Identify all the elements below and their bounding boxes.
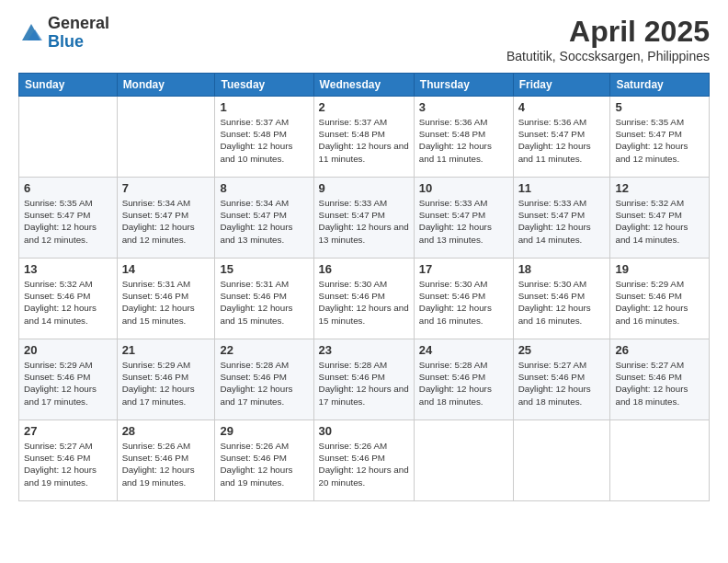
- calendar-cell: [414, 420, 513, 501]
- header-day-monday: Monday: [117, 74, 215, 97]
- calendar-cell: 27Sunrise: 5:27 AMSunset: 5:46 PMDayligh…: [19, 420, 118, 501]
- day-info: Sunrise: 5:37 AMSunset: 5:48 PMDaylight:…: [220, 116, 308, 165]
- day-info: Sunrise: 5:34 AMSunset: 5:47 PMDaylight:…: [220, 197, 308, 246]
- day-info: Sunrise: 5:30 AMSunset: 5:46 PMDaylight:…: [419, 278, 508, 327]
- day-info: Sunrise: 5:30 AMSunset: 5:46 PMDaylight:…: [319, 278, 409, 327]
- day-info: Sunrise: 5:35 AMSunset: 5:47 PMDaylight:…: [24, 197, 112, 246]
- calendar-cell: [513, 420, 610, 501]
- day-info: Sunrise: 5:33 AMSunset: 5:47 PMDaylight:…: [319, 197, 409, 246]
- calendar-cell: 1Sunrise: 5:37 AMSunset: 5:48 PMDaylight…: [215, 97, 313, 178]
- day-number: 23: [319, 343, 409, 357]
- day-info: Sunrise: 5:33 AMSunset: 5:47 PMDaylight:…: [518, 197, 606, 246]
- week-row-1: 1Sunrise: 5:37 AMSunset: 5:48 PMDaylight…: [19, 97, 710, 178]
- calendar-cell: 24Sunrise: 5:28 AMSunset: 5:46 PMDayligh…: [414, 339, 513, 420]
- calendar-cell: 30Sunrise: 5:26 AMSunset: 5:46 PMDayligh…: [313, 420, 414, 501]
- day-number: 30: [319, 424, 409, 438]
- calendar-cell: 28Sunrise: 5:26 AMSunset: 5:46 PMDayligh…: [117, 420, 215, 501]
- week-row-4: 20Sunrise: 5:29 AMSunset: 5:46 PMDayligh…: [19, 339, 710, 420]
- day-info: Sunrise: 5:26 AMSunset: 5:46 PMDaylight:…: [319, 440, 409, 488]
- calendar-cell: 13Sunrise: 5:32 AMSunset: 5:46 PMDayligh…: [19, 259, 118, 339]
- day-number: 1: [220, 100, 308, 114]
- day-info: Sunrise: 5:32 AMSunset: 5:46 PMDaylight:…: [24, 278, 112, 327]
- header-day-saturday: Saturday: [610, 74, 710, 97]
- calendar-cell: [19, 97, 118, 178]
- calendar-cell: 8Sunrise: 5:34 AMSunset: 5:47 PMDaylight…: [215, 178, 313, 259]
- day-number: 25: [518, 343, 606, 357]
- day-info: Sunrise: 5:26 AMSunset: 5:46 PMDaylight:…: [122, 440, 210, 488]
- day-number: 18: [518, 262, 606, 276]
- calendar-cell: 26Sunrise: 5:27 AMSunset: 5:46 PMDayligh…: [610, 339, 710, 420]
- header-day-tuesday: Tuesday: [215, 74, 313, 97]
- day-number: 10: [419, 181, 508, 195]
- calendar-header: SundayMondayTuesdayWednesdayThursdayFrid…: [19, 74, 710, 97]
- calendar-cell: 19Sunrise: 5:29 AMSunset: 5:46 PMDayligh…: [610, 259, 710, 339]
- calendar-cell: 22Sunrise: 5:28 AMSunset: 5:46 PMDayligh…: [215, 339, 313, 420]
- day-number: 28: [122, 424, 210, 438]
- calendar-cell: [117, 97, 215, 178]
- calendar-cell: 25Sunrise: 5:27 AMSunset: 5:46 PMDayligh…: [513, 339, 610, 420]
- day-number: 21: [122, 343, 210, 357]
- logo-text: General Blue: [48, 15, 109, 52]
- day-number: 2: [319, 100, 409, 114]
- day-info: Sunrise: 5:30 AMSunset: 5:46 PMDaylight:…: [518, 278, 606, 327]
- day-info: Sunrise: 5:33 AMSunset: 5:47 PMDaylight:…: [419, 197, 508, 246]
- day-info: Sunrise: 5:36 AMSunset: 5:47 PMDaylight:…: [518, 116, 606, 165]
- header-day-wednesday: Wednesday: [313, 74, 414, 97]
- day-info: Sunrise: 5:28 AMSunset: 5:46 PMDaylight:…: [419, 359, 508, 408]
- week-row-2: 6Sunrise: 5:35 AMSunset: 5:47 PMDaylight…: [19, 178, 710, 259]
- calendar-table: SundayMondayTuesdayWednesdayThursdayFrid…: [18, 73, 710, 501]
- day-number: 19: [615, 262, 704, 276]
- day-number: 24: [419, 343, 508, 357]
- calendar-cell: 17Sunrise: 5:30 AMSunset: 5:46 PMDayligh…: [414, 259, 513, 339]
- day-number: 8: [220, 181, 308, 195]
- week-row-5: 27Sunrise: 5:27 AMSunset: 5:46 PMDayligh…: [19, 420, 710, 501]
- calendar-cell: 4Sunrise: 5:36 AMSunset: 5:47 PMDaylight…: [513, 97, 610, 178]
- day-info: Sunrise: 5:31 AMSunset: 5:46 PMDaylight:…: [122, 278, 210, 327]
- day-number: 11: [518, 181, 606, 195]
- day-number: 12: [615, 181, 704, 195]
- calendar-cell: 9Sunrise: 5:33 AMSunset: 5:47 PMDaylight…: [313, 178, 414, 259]
- day-number: 13: [24, 262, 112, 276]
- day-number: 3: [419, 100, 508, 114]
- day-number: 26: [615, 343, 704, 357]
- day-number: 15: [220, 262, 308, 276]
- day-number: 20: [24, 343, 112, 357]
- day-number: 16: [319, 262, 409, 276]
- day-number: 4: [518, 100, 606, 114]
- day-number: 14: [122, 262, 210, 276]
- calendar-title: April 2025: [506, 15, 710, 49]
- day-info: Sunrise: 5:27 AMSunset: 5:46 PMDaylight:…: [24, 440, 112, 488]
- day-info: Sunrise: 5:35 AMSunset: 5:47 PMDaylight:…: [615, 116, 704, 165]
- day-info: Sunrise: 5:31 AMSunset: 5:46 PMDaylight:…: [220, 278, 308, 327]
- calendar-cell: 12Sunrise: 5:32 AMSunset: 5:47 PMDayligh…: [610, 178, 710, 259]
- calendar-cell: 11Sunrise: 5:33 AMSunset: 5:47 PMDayligh…: [513, 178, 610, 259]
- day-info: Sunrise: 5:27 AMSunset: 5:46 PMDaylight:…: [615, 359, 704, 408]
- calendar-subtitle: Batutitik, Soccsksargen, Philippines: [506, 49, 710, 63]
- day-info: Sunrise: 5:29 AMSunset: 5:46 PMDaylight:…: [615, 278, 704, 327]
- logo: General Blue: [18, 15, 109, 52]
- calendar-cell: 23Sunrise: 5:28 AMSunset: 5:46 PMDayligh…: [313, 339, 414, 420]
- calendar-body: 1Sunrise: 5:37 AMSunset: 5:48 PMDaylight…: [19, 97, 710, 501]
- day-number: 6: [24, 181, 112, 195]
- week-row-3: 13Sunrise: 5:32 AMSunset: 5:46 PMDayligh…: [19, 259, 710, 339]
- day-number: 22: [220, 343, 308, 357]
- day-info: Sunrise: 5:27 AMSunset: 5:46 PMDaylight:…: [518, 359, 606, 408]
- logo-icon: [18, 20, 44, 46]
- day-number: 7: [122, 181, 210, 195]
- header-day-thursday: Thursday: [414, 74, 513, 97]
- header-day-sunday: Sunday: [19, 74, 118, 97]
- calendar-cell: 10Sunrise: 5:33 AMSunset: 5:47 PMDayligh…: [414, 178, 513, 259]
- calendar-cell: 18Sunrise: 5:30 AMSunset: 5:46 PMDayligh…: [513, 259, 610, 339]
- calendar-cell: 3Sunrise: 5:36 AMSunset: 5:48 PMDaylight…: [414, 97, 513, 178]
- calendar-cell: 5Sunrise: 5:35 AMSunset: 5:47 PMDaylight…: [610, 97, 710, 178]
- day-number: 17: [419, 262, 508, 276]
- logo-general: General: [48, 14, 109, 32]
- day-info: Sunrise: 5:29 AMSunset: 5:46 PMDaylight:…: [122, 359, 210, 408]
- day-info: Sunrise: 5:29 AMSunset: 5:46 PMDaylight:…: [24, 359, 112, 408]
- calendar-cell: 14Sunrise: 5:31 AMSunset: 5:46 PMDayligh…: [117, 259, 215, 339]
- day-number: 29: [220, 424, 308, 438]
- header-day-friday: Friday: [513, 74, 610, 97]
- calendar-cell: 20Sunrise: 5:29 AMSunset: 5:46 PMDayligh…: [19, 339, 118, 420]
- title-block: April 2025 Batutitik, Soccsksargen, Phil…: [506, 15, 710, 63]
- day-info: Sunrise: 5:26 AMSunset: 5:46 PMDaylight:…: [220, 440, 308, 488]
